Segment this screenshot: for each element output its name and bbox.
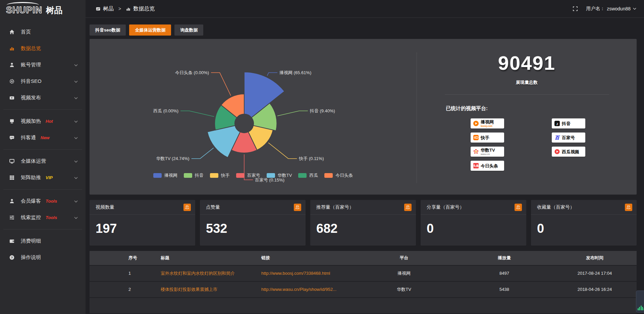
green-bars-icon (638, 306, 644, 310)
stat-card-1: 点赞量总532 (200, 200, 306, 246)
legend-label: 抖音 (195, 172, 204, 178)
platform-badge-今日头条: 头条今日头条 (471, 161, 504, 171)
sidebar-item-10[interactable]: 线索监控Tools (0, 209, 86, 226)
legend-label: 西瓜 (309, 172, 318, 178)
legend-swatch (324, 173, 333, 178)
stat-card-title: 收藏量（百家号） (537, 204, 575, 210)
legend-item-5[interactable]: 西瓜 (298, 172, 318, 178)
breadcrumb-separator: > (118, 6, 121, 11)
table-row-2 (90, 298, 637, 313)
user-menu[interactable]: 用户名：zswodun88 (586, 6, 637, 12)
row-title-link[interactable]: 楼体投影灯投影效果震撼上市 (155, 286, 256, 293)
sidebar-item-0[interactable]: 首页 (0, 24, 86, 40)
legend-item-3[interactable]: 百家号 (236, 172, 260, 178)
pie-label-line (268, 143, 297, 159)
douyin-icon: ♪♪♪ (554, 120, 560, 126)
sidebar-item-8[interactable]: 矩阵助推VIP (0, 169, 86, 186)
sidebar-item-label: 操作说明 (21, 254, 41, 261)
brand-logo[interactable]: SHUPIN 树品 (0, 0, 86, 19)
pie-label: 抖音 (9.40%) (310, 109, 335, 114)
sidebar-nav: 首页数据总览账号管理抖音SEO视频发布视频加热Hot抖客通New全媒体运营矩阵助… (0, 24, 86, 266)
legend-item-2[interactable]: 快手 (210, 172, 230, 178)
platform-badge-百家号: 百百家号 (552, 133, 585, 143)
platform-name: 西瓜视频 (562, 150, 579, 154)
row-platform: 播视网 (352, 270, 456, 276)
row-checkbox-cell (90, 303, 123, 308)
legend-item-4[interactable]: 华数TV (267, 172, 292, 178)
stat-card-value: 197 (90, 215, 195, 236)
column-header: 发布时间 (553, 255, 637, 261)
breadcrumb-item-0[interactable]: 树品 (96, 5, 114, 12)
legend-item-0[interactable]: 播视网 (153, 172, 177, 178)
platform-name: 播视网 (481, 120, 494, 124)
row-url-link[interactable]: http://www.boosj.com/7338468.html (256, 271, 352, 276)
sidebar-item-label: 账号管理 (21, 62, 41, 68)
pie-label-line (192, 148, 214, 159)
chevron-down-icon (74, 119, 78, 123)
total-badge[interactable]: 总 (625, 204, 632, 211)
row-url-link[interactable]: http://www.wasu.cn/Play/show/id/952... (256, 287, 352, 292)
fullscreen-icon[interactable] (573, 6, 578, 11)
kuaishou-icon (473, 135, 479, 141)
sidebar-item-6[interactable]: 抖客通New (0, 129, 86, 146)
chart-legend: 播视网抖音快手百家号华数TV西瓜今日头条 (90, 172, 417, 178)
sidebar-item-9[interactable]: 会员爆客Tools (0, 193, 86, 209)
legend-item-6[interactable]: 今日头条 (324, 172, 353, 178)
legend-label: 今日头条 (335, 172, 353, 178)
sidebar-item-11[interactable]: 消费明细 (0, 233, 86, 249)
sidebar-item-3[interactable]: 抖音SEO (0, 73, 86, 90)
stat-card-title: 分享量（百家号） (427, 204, 464, 210)
column-header: 标题 (155, 255, 256, 261)
platform-name: 今日头条 (481, 164, 498, 168)
platform-badge-快手: 快手 (471, 133, 504, 143)
platform-sub: wasu.cn (481, 153, 495, 155)
tab-0[interactable]: 抖音seo数据 (90, 24, 126, 36)
row-time: 2018-04-26 16:24 (553, 287, 637, 292)
tab-1[interactable]: 全媒体运营数据 (129, 24, 171, 36)
table-header-row: 序号标题链接平台播放量发布时间 (90, 251, 637, 265)
chevron-down-icon (74, 159, 78, 163)
legend-item-1[interactable]: 抖音 (184, 172, 204, 178)
floating-widget[interactable] (636, 291, 644, 313)
toutiao-icon: 头条 (473, 163, 479, 169)
table-row-1: 2楼体投影灯投影效果震撼上市http://www.wasu.cn/Play/sh… (90, 282, 637, 297)
stat-card-4: 收藏量（百家号）总0 (531, 200, 637, 246)
platform-badge-播视网: 播视网boosj.com (471, 118, 504, 128)
svg-text:百: 百 (555, 135, 560, 140)
videos-table: 序号标题链接平台播放量发布时间1室外水纹灯和室内水纹灯的区别和简介http://… (90, 251, 637, 314)
breadcrumb-item-1[interactable]: 数据总览 (126, 5, 155, 12)
logo-arc-decoration (7, 2, 39, 8)
platform-badge-西瓜视频: 西瓜视频 (552, 147, 585, 157)
row-checkbox-cell (90, 287, 123, 292)
row-title-link[interactable]: 室外水纹灯和室内水纹灯的区别和简介 (155, 270, 256, 276)
tab-2[interactable]: 询盘数据 (174, 24, 203, 36)
username-value: zswodun88 (607, 6, 631, 11)
sidebar-item-2[interactable]: 账号管理 (0, 57, 86, 73)
wallet-icon (9, 238, 15, 244)
pie-slice-华数TV[interactable] (207, 126, 240, 158)
sidebar-item-1[interactable]: 数据总览 (0, 40, 86, 57)
screen-icon (9, 118, 15, 124)
chevron-down-icon (74, 175, 78, 180)
sidebar-item-4[interactable]: 视频发布 (0, 90, 86, 106)
sidebar-item-7[interactable]: 全媒体运营 (0, 153, 86, 169)
sidebar-item-label: 视频发布 (21, 95, 41, 101)
legend-swatch (298, 173, 307, 178)
legend-swatch (184, 173, 192, 178)
topbar: 树品>数据总览 用户名：zswodun88 (86, 0, 644, 18)
pie-label: 华数TV (24.74%) (156, 156, 190, 161)
sidebar-item-12[interactable]: ?操作说明 (0, 249, 86, 266)
legend-swatch (153, 173, 162, 178)
chevron-down-icon (74, 96, 78, 100)
total-badge[interactable]: 总 (515, 204, 522, 211)
sidebar-item-tag: Tools (46, 215, 57, 220)
stat-card-0: 视频数量总197 (90, 200, 195, 246)
sidebar-item-label: 首页 (21, 29, 31, 35)
legend-label: 百家号 (247, 172, 260, 178)
app-icon (96, 6, 101, 11)
pie-label-line (180, 111, 214, 117)
platform-name: 华数TV (481, 148, 495, 152)
sidebar-item-tag: Hot (46, 119, 53, 124)
legend-label: 华数TV (278, 172, 292, 178)
sidebar-item-5[interactable]: 视频加热Hot (0, 113, 86, 129)
